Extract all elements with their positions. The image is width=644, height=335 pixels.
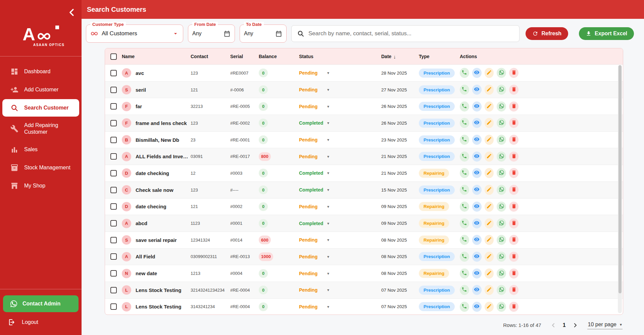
col-header-status[interactable]: Status: [299, 54, 381, 59]
delete-button[interactable]: [509, 268, 518, 279]
view-button[interactable]: [472, 235, 482, 245]
edit-button[interactable]: [485, 118, 494, 128]
status-dropdown[interactable]: Pending ▾: [299, 271, 381, 276]
call-button[interactable]: [460, 268, 469, 279]
view-button[interactable]: [472, 218, 482, 228]
delete-button[interactable]: [509, 202, 518, 212]
whatsapp-button[interactable]: [497, 218, 506, 228]
contact-admin-button[interactable]: Contact Admin: [3, 295, 79, 312]
view-button[interactable]: [472, 252, 482, 262]
sidebar-item-search-customer[interactable]: Search Customer: [2, 99, 79, 117]
whatsapp-button[interactable]: [497, 152, 506, 162]
edit-button[interactable]: [485, 268, 494, 279]
call-button[interactable]: [460, 85, 469, 95]
call-button[interactable]: [460, 168, 469, 178]
search-input[interactable]: [308, 30, 514, 37]
edit-button[interactable]: [485, 218, 494, 228]
logout-button[interactable]: Logout: [0, 312, 82, 328]
col-header-name[interactable]: Name: [122, 54, 191, 59]
row-checkbox[interactable]: [110, 270, 117, 277]
edit-button[interactable]: [485, 168, 494, 178]
status-dropdown[interactable]: Pending ▾: [299, 87, 381, 92]
col-header-date[interactable]: Date ↓: [381, 54, 419, 59]
whatsapp-button[interactable]: [497, 135, 506, 145]
call-button[interactable]: [460, 118, 469, 128]
view-button[interactable]: [472, 135, 482, 145]
export-excel-button[interactable]: Export Excel: [579, 27, 634, 40]
whatsapp-button[interactable]: [497, 68, 506, 78]
delete-button[interactable]: [509, 135, 518, 145]
sidebar-item-dashboard[interactable]: Dashboard: [2, 63, 79, 80]
table-scrollbar-thumb[interactable]: [618, 65, 622, 293]
sidebar-collapse-button[interactable]: [67, 7, 77, 17]
col-header-contact[interactable]: Contact: [191, 54, 230, 59]
status-dropdown[interactable]: Completed ▾: [299, 187, 381, 193]
sidebar-item-my-shop[interactable]: My Shop: [2, 177, 79, 195]
delete-button[interactable]: [509, 118, 518, 128]
delete-button[interactable]: [509, 218, 518, 228]
rows-per-page-select[interactable]: 10 per page ▾: [587, 321, 623, 329]
delete-button[interactable]: [509, 68, 518, 78]
row-checkbox[interactable]: [110, 303, 117, 310]
row-checkbox[interactable]: [110, 70, 117, 76]
sidebar-item-sales[interactable]: Sales: [2, 141, 79, 158]
delete-button[interactable]: [509, 252, 518, 262]
delete-button[interactable]: [509, 152, 518, 162]
row-checkbox[interactable]: [110, 137, 117, 143]
whatsapp-button[interactable]: [497, 85, 506, 95]
edit-button[interactable]: [485, 101, 494, 112]
status-dropdown[interactable]: Pending ▾: [299, 254, 381, 259]
edit-button[interactable]: [485, 235, 494, 245]
delete-button[interactable]: [509, 302, 518, 312]
delete-button[interactable]: [509, 168, 518, 178]
whatsapp-button[interactable]: [497, 202, 506, 212]
status-dropdown[interactable]: Completed ▾: [299, 221, 381, 226]
delete-button[interactable]: [509, 85, 518, 95]
status-dropdown[interactable]: Pending ▾: [299, 287, 381, 293]
view-button[interactable]: [472, 185, 482, 195]
row-checkbox[interactable]: [110, 237, 117, 243]
status-dropdown[interactable]: Pending ▾: [299, 104, 381, 109]
row-checkbox[interactable]: [110, 120, 117, 126]
whatsapp-button[interactable]: [497, 118, 506, 128]
edit-button[interactable]: [485, 252, 494, 262]
row-checkbox[interactable]: [110, 253, 117, 260]
view-button[interactable]: [472, 268, 482, 279]
row-checkbox[interactable]: [110, 287, 117, 293]
view-button[interactable]: [472, 68, 482, 78]
call-button[interactable]: [460, 285, 469, 295]
status-dropdown[interactable]: Pending ▾: [299, 70, 381, 76]
prev-page-button[interactable]: [550, 322, 557, 329]
call-button[interactable]: [460, 235, 469, 245]
row-checkbox[interactable]: [110, 187, 117, 193]
status-dropdown[interactable]: Pending ▾: [299, 137, 381, 142]
delete-button[interactable]: [509, 235, 518, 245]
view-button[interactable]: [472, 118, 482, 128]
col-header-serial[interactable]: Serial: [230, 54, 259, 59]
status-dropdown[interactable]: Pending ▾: [299, 154, 381, 159]
refresh-button[interactable]: Refresh: [526, 27, 568, 40]
edit-button[interactable]: [485, 135, 494, 145]
view-button[interactable]: [472, 101, 482, 112]
call-button[interactable]: [460, 135, 469, 145]
call-button[interactable]: [460, 68, 469, 78]
edit-button[interactable]: [485, 85, 494, 95]
edit-button[interactable]: [485, 202, 494, 212]
row-checkbox[interactable]: [110, 103, 117, 110]
next-page-button[interactable]: [572, 322, 579, 329]
col-header-type[interactable]: Type: [419, 54, 460, 59]
col-header-balance[interactable]: Balance: [259, 54, 299, 59]
status-dropdown[interactable]: Pending ▾: [299, 204, 381, 209]
status-dropdown[interactable]: Pending ▾: [299, 304, 381, 309]
row-checkbox[interactable]: [110, 170, 117, 176]
calendar-icon[interactable]: [224, 30, 231, 37]
whatsapp-button[interactable]: [497, 168, 506, 178]
status-dropdown[interactable]: Pending ▾: [299, 237, 381, 243]
whatsapp-button[interactable]: [497, 252, 506, 262]
edit-button[interactable]: [485, 68, 494, 78]
table-scrollbar[interactable]: [618, 65, 622, 313]
row-checkbox[interactable]: [110, 87, 117, 93]
whatsapp-button[interactable]: [497, 235, 506, 245]
sidebar-item-stock-management[interactable]: Stock Management: [2, 159, 79, 176]
whatsapp-button[interactable]: [497, 268, 506, 279]
